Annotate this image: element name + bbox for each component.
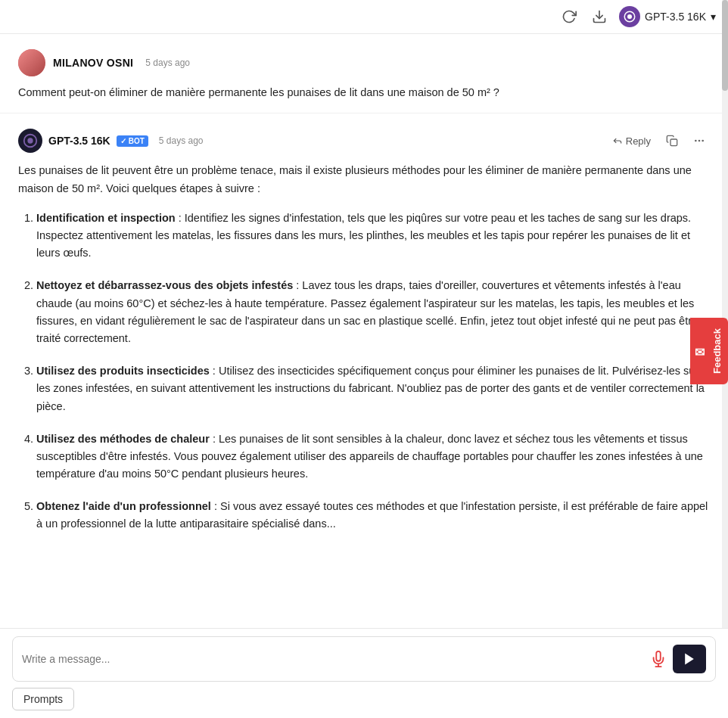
- svg-point-6: [695, 140, 697, 142]
- message-input-row: [12, 636, 716, 682]
- refresh-icon[interactable]: [558, 6, 580, 27]
- list-item-title: Utilisez des méthodes de chaleur: [36, 433, 210, 445]
- svg-point-8: [702, 140, 704, 142]
- list-item: Identification et inspection : Identifie…: [36, 210, 710, 263]
- bot-list: Identification et inspection : Identifie…: [18, 210, 710, 533]
- top-bar: GPT-3.5 16K ▾: [0, 0, 728, 34]
- mic-button[interactable]: [650, 651, 667, 667]
- model-name-label: GPT-3.5 16K: [645, 11, 706, 23]
- bot-message-block: GPT-3.5 16K ✓ BOT 5 days ago Reply: [0, 113, 728, 560]
- chat-area: MILANOV OSNI 5 days ago Comment peut-on …: [0, 34, 728, 713]
- list-item-title: Nettoyez et débarrassez-vous des objets …: [36, 279, 293, 291]
- list-item-title: Obtenez l'aide d'un professionnel: [36, 500, 211, 512]
- feedback-label: Feedback: [711, 328, 723, 374]
- feedback-icon: ✉: [695, 344, 705, 359]
- user-timestamp: 5 days ago: [145, 58, 190, 68]
- svg-point-4: [27, 138, 33, 144]
- user-header: MILANOV OSNI 5 days ago: [18, 49, 710, 76]
- svg-point-2: [627, 14, 632, 19]
- prompts-button[interactable]: Prompts: [12, 688, 74, 710]
- send-button[interactable]: [673, 645, 706, 673]
- svg-rect-5: [670, 139, 677, 146]
- model-selector[interactable]: GPT-3.5 16K ▾: [619, 6, 716, 27]
- list-item: Utilisez des méthodes de chaleur : Les p…: [36, 430, 710, 483]
- message-input[interactable]: [22, 653, 644, 665]
- bot-name: GPT-3.5 16K: [48, 135, 110, 147]
- avatar: [18, 49, 45, 76]
- more-options-button[interactable]: [689, 132, 710, 150]
- svg-marker-11: [685, 654, 694, 665]
- prompts-row: Prompts: [12, 688, 716, 710]
- bot-timestamp: 5 days ago: [159, 135, 204, 146]
- bot-header: GPT-3.5 16K ✓ BOT 5 days ago Reply: [18, 129, 710, 153]
- bot-intro: Les punaises de lit peuvent être un prob…: [18, 162, 710, 197]
- list-item-title: Identification et inspection: [36, 212, 176, 224]
- bot-badge: ✓ BOT: [117, 135, 148, 147]
- reply-button[interactable]: Reply: [608, 132, 655, 150]
- bot-header-left: GPT-3.5 16K ✓ BOT 5 days ago: [18, 129, 204, 153]
- model-avatar: [619, 6, 640, 27]
- bot-icon: [18, 129, 42, 153]
- copy-button[interactable]: [661, 132, 683, 150]
- list-item: Obtenez l'aide d'un professionnel : Si v…: [36, 498, 710, 533]
- list-item-title: Utilisez des produits insecticides: [36, 365, 210, 377]
- bottom-input-area: Prompts: [0, 628, 728, 718]
- svg-point-7: [698, 140, 701, 142]
- feedback-tab[interactable]: ✉ Feedback: [690, 318, 728, 384]
- list-item: Nettoyez et débarrassez-vous des objets …: [36, 277, 710, 347]
- user-message-block: MILANOV OSNI 5 days ago Comment peut-on …: [0, 34, 728, 113]
- scrollbar-thumb[interactable]: [722, 0, 728, 91]
- bot-header-actions: Reply: [608, 132, 710, 150]
- download-icon[interactable]: [589, 6, 610, 27]
- bot-response-text: Les punaises de lit peuvent être un prob…: [18, 162, 710, 533]
- user-text: Comment peut-on éliminer de manière perm…: [18, 84, 710, 101]
- user-name: MILANOV OSNI: [53, 57, 133, 69]
- chevron-down-icon: ▾: [711, 11, 716, 23]
- list-item: Utilisez des produits insecticides : Uti…: [36, 362, 710, 415]
- check-icon: ✓: [120, 137, 126, 145]
